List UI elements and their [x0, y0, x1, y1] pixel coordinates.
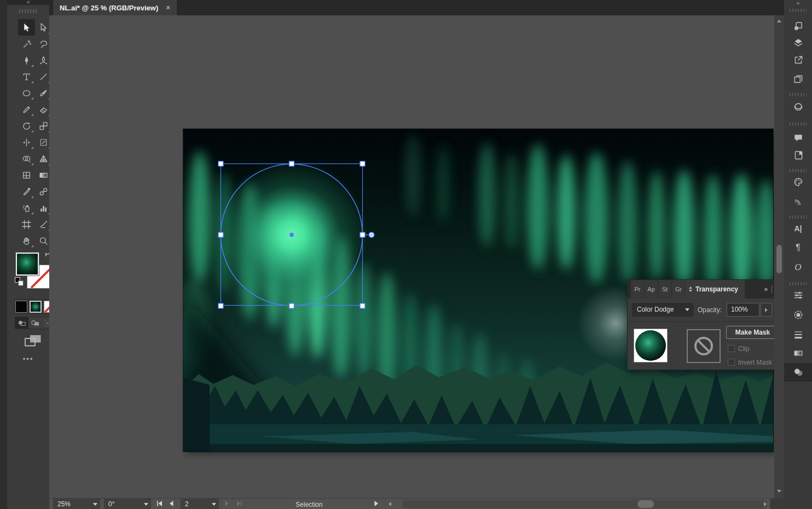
draw-behind-button[interactable]: [28, 317, 42, 329]
dock-color-guide-button[interactable]: [788, 194, 808, 209]
tool-eyedropper[interactable]: [18, 183, 35, 200]
tool-magic-wand[interactable]: [18, 36, 35, 52]
invert-mask-checkbox[interactable]: [728, 359, 735, 366]
change-screen-mode-button[interactable]: [24, 334, 43, 348]
toolbar-grip[interactable]: [19, 9, 38, 13]
panel-grip[interactable]: [790, 169, 807, 172]
chevron-down-icon: [685, 308, 689, 311]
opacity-slider-button[interactable]: [761, 303, 772, 317]
scroll-right-icon[interactable]: [764, 502, 767, 506]
clip-label: Clip: [738, 345, 750, 353]
tool-ellipse[interactable]: [18, 85, 35, 101]
shape-builder-icon: [22, 154, 31, 163]
draw-normal-button[interactable]: [15, 317, 28, 329]
width-tool-icon: [22, 138, 31, 147]
rotation-value: 0°: [108, 500, 114, 508]
tab-stroke[interactable]: St: [658, 280, 671, 299]
panel-grip[interactable]: [790, 215, 807, 219]
left-dark-edge: [183, 378, 210, 452]
status-expand-icon[interactable]: [372, 500, 381, 508]
tool-selection[interactable]: [18, 19, 35, 36]
previous-artboard-button[interactable]: [167, 500, 176, 508]
hand-icon: [22, 236, 31, 245]
blend-mode-select[interactable]: Color Dodge: [632, 303, 693, 317]
tool-mesh[interactable]: [18, 167, 35, 183]
dock-stroke-button[interactable]: [788, 327, 808, 342]
document-tab-bar: NL.ai* @ 25 % (RGB/Preview) ×: [49, 0, 784, 15]
object-thumbnail[interactable]: [634, 329, 668, 362]
last-artboard-button[interactable]: [235, 500, 244, 508]
horizontal-scrollbar-thumb[interactable]: [637, 500, 654, 508]
panel-grip[interactable]: [790, 122, 807, 126]
dock-properties-button[interactable]: [788, 19, 808, 34]
curvature-icon: [39, 56, 48, 65]
vertical-scrollbar[interactable]: [774, 15, 784, 498]
fill-swatch[interactable]: [16, 253, 39, 276]
panel-divider: [628, 321, 774, 322]
tab-transparency[interactable]: Transparency: [686, 280, 745, 299]
right-dock-header: «: [784, 0, 812, 7]
dock-libraries-button[interactable]: [788, 148, 808, 163]
default-fill-stroke-icon[interactable]: [15, 277, 25, 286]
status-bar: 25% 0° 2 Selection: [49, 498, 784, 509]
mask-thumbnail[interactable]: [687, 329, 721, 363]
rotation-select[interactable]: 0°: [104, 499, 151, 509]
tool-type[interactable]: [18, 68, 35, 85]
panel-grip[interactable]: [790, 282, 807, 285]
tool-pen[interactable]: [18, 52, 35, 68]
dock-comments-button[interactable]: [788, 130, 808, 145]
zoom-level-select[interactable]: 25%: [53, 499, 100, 509]
color-button[interactable]: [15, 301, 27, 313]
dock-image-trace-button[interactable]: [788, 288, 808, 303]
horizontal-scrollbar[interactable]: [402, 500, 766, 508]
panel-overflow-icon[interactable]: »: [764, 285, 768, 293]
rotate-icon: [22, 121, 31, 131]
vertical-scrollbar-thumb[interactable]: [776, 245, 782, 273]
column-graph-icon: [39, 203, 48, 213]
dock-character-button[interactable]: A|: [788, 221, 808, 236]
tool-shape-builder[interactable]: [18, 150, 35, 167]
dock-artboards-button[interactable]: [788, 71, 808, 86]
tool-width[interactable]: [18, 134, 35, 150]
dock-color-button[interactable]: [788, 174, 808, 190]
collapse-right-dock-icon[interactable]: «: [796, 0, 799, 6]
artboard-navigation-select[interactable]: 2: [181, 499, 219, 509]
next-artboard-button[interactable]: [223, 500, 232, 508]
scroll-up-icon[interactable]: [777, 20, 781, 22]
dock-pattern-options-button[interactable]: [788, 307, 808, 323]
tool-hand[interactable]: [18, 232, 35, 249]
scroll-down-icon[interactable]: [777, 490, 781, 493]
first-artboard-button[interactable]: [156, 500, 165, 508]
close-tab-icon[interactable]: ×: [166, 3, 170, 12]
panel-grip[interactable]: [790, 93, 807, 96]
tool-pencil[interactable]: [18, 101, 35, 118]
opacity-input[interactable]: 100%: [727, 303, 759, 317]
make-mask-button[interactable]: Make Mask: [726, 326, 774, 339]
gradient-button[interactable]: [30, 301, 42, 313]
dock-paragraph-button[interactable]: ¶: [788, 240, 808, 255]
dock-layers-button[interactable]: [788, 35, 808, 50]
dock-export-button[interactable]: [788, 52, 808, 68]
tool-artboard[interactable]: [18, 216, 35, 232]
panel-grip[interactable]: [790, 9, 807, 12]
dock-3d-materials-button[interactable]: [788, 100, 808, 115]
opacity-value: 100%: [731, 306, 748, 313]
scroll-left-icon[interactable]: [388, 502, 391, 506]
panel-collapse-icon[interactable]: [689, 286, 692, 292]
dock-transparency-button[interactable]: [784, 363, 812, 382]
dock-gradient-button[interactable]: [788, 346, 808, 361]
clip-checkbox[interactable]: [728, 345, 735, 352]
tool-symbol-sprayer[interactable]: [18, 200, 35, 216]
color-palette-icon: [793, 177, 804, 188]
dock-opentype-button[interactable]: O: [788, 260, 808, 275]
tab-appearance[interactable]: Ap: [645, 280, 658, 299]
tool-rotate[interactable]: [18, 118, 35, 134]
edit-toolbar-button[interactable]: •••: [7, 355, 49, 363]
canvas-viewport[interactable]: Pr Ap St Gr Transparency » ≡ Color D: [49, 15, 774, 498]
tab-gradient[interactable]: Gr: [672, 280, 685, 299]
stroke-weights-icon: [793, 329, 804, 340]
zoom-tool-icon: [39, 236, 48, 245]
collapse-left-dock-icon[interactable]: «: [26, 0, 30, 5]
tab-properties[interactable]: Pr: [631, 280, 644, 299]
document-tab[interactable]: NL.ai* @ 25 % (RGB/Preview) ×: [53, 0, 177, 15]
